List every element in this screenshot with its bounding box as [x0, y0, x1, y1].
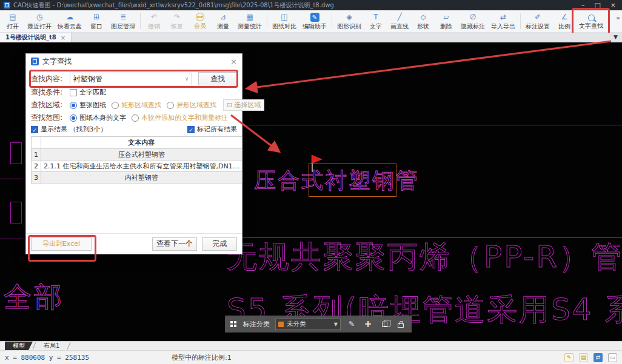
- display-mode-icon[interactable]: ▭: [608, 353, 617, 362]
- panel-collapse-arrow-icon[interactable]: ▼: [614, 34, 618, 40]
- toolbar-separator: [267, 13, 267, 29]
- toolbar-cloud-drive-button[interactable]: ☁快看云盘: [55, 12, 85, 31]
- toolbar-label: 编辑助手: [303, 22, 327, 31]
- grid-icon[interactable]: [230, 321, 233, 323]
- cad-shape: [10, 142, 22, 164]
- minimize-button[interactable]: –: [581, 0, 585, 10]
- toolbar-drawing-compare-button[interactable]: ◫图纸对比: [269, 12, 299, 31]
- scale-icon: ∠: [561, 13, 568, 22]
- toolbar-draw-line-button[interactable]: ╱画直线: [387, 12, 412, 31]
- rect-area-label: 矩形区域查找: [121, 101, 161, 110]
- move-icon[interactable]: +: [363, 319, 373, 329]
- close-button[interactable]: ×: [610, 0, 616, 10]
- toolbar-label: 隐藏标注: [461, 22, 485, 31]
- memo-icon[interactable]: ✎: [564, 353, 574, 362]
- result-row[interactable]: 3内衬塑钢管: [32, 172, 242, 184]
- results-table: 文本内容 1压合式衬塑钢管22.1.1 住宅和商业生活给水主供水和所有立管采用衬…: [31, 136, 242, 184]
- toolbar-label: 比例: [558, 22, 570, 31]
- toolbar-label: 窗口: [90, 22, 102, 31]
- toolbar-redo-button[interactable]: ↷恢复: [166, 12, 189, 31]
- toolbar-label: 图层管理: [111, 22, 135, 31]
- lock-icon[interactable]: [395, 319, 406, 329]
- dialog-close-icon[interactable]: ×: [230, 57, 237, 66]
- toolbar-measure-stats-button[interactable]: ▦测量统计: [235, 12, 265, 31]
- copy-icon[interactable]: [379, 319, 390, 329]
- mobile-sync-icon[interactable]: ⇄: [594, 353, 603, 362]
- mark-all-checkbox[interactable]: [187, 126, 195, 133]
- toolbar-edit-assistant-button[interactable]: ✎编辑助手: [299, 12, 330, 31]
- tab-drawing[interactable]: 1号楼设计说明_t8 ×: [0, 33, 72, 42]
- sheet-tab-model[interactable]: 模型: [5, 342, 33, 350]
- find-text-dialog: 文字查找 × 查找内容: 衬塑钢管 ∨ 查找 查找条件: 全字匹配 查找区域: …: [25, 53, 242, 254]
- toolbar-open-button[interactable]: ▤打开: [1, 12, 24, 31]
- toolbar-layer-manager-button[interactable]: ≣图层管理: [108, 12, 138, 31]
- toolbar-annotation-settings-button[interactable]: ✐标注设置: [523, 12, 553, 31]
- whole-drawing-radio[interactable]: [70, 102, 77, 109]
- whole-word-label: 全字匹配: [79, 88, 106, 97]
- toolbar-label: 画直线: [390, 22, 409, 31]
- drawing-text-radio[interactable]: [70, 114, 77, 122]
- find-condition-label: 查找条件:: [31, 87, 67, 98]
- show-results-checkbox[interactable]: [31, 126, 38, 133]
- find-content-label: 查找内容:: [31, 74, 67, 84]
- toolbar-shapes-button[interactable]: ◇形状: [412, 12, 435, 31]
- import-export-icon: ⇄: [500, 13, 506, 22]
- tab-close-icon[interactable]: ×: [61, 35, 65, 41]
- toolbar-label: 图纸对比: [272, 22, 296, 31]
- drawing-notes-icon[interactable]: ▤: [579, 353, 588, 362]
- redo-icon: ↷: [174, 13, 180, 22]
- maximize-button[interactable]: □: [594, 0, 600, 10]
- cad-shape: [10, 202, 22, 223]
- export-excel-button[interactable]: 导出到Excel: [31, 237, 92, 251]
- search-result-flag-icon: [310, 154, 324, 173]
- find-button[interactable]: 查找: [198, 72, 237, 85]
- toolbar-shape-recognition-button[interactable]: ◈图形识别: [334, 12, 364, 31]
- toolbar-overflow-chevron[interactable]: »: [616, 14, 620, 22]
- cad-line: [0, 239, 23, 239]
- toolbar-window-button[interactable]: ⊞窗口: [85, 12, 108, 31]
- find-scope-row: 查找范围: 图纸本身的文字 本软件添加的文字和测量标注: [31, 113, 237, 123]
- toolbar-recent-open-button[interactable]: ◷最近打开: [24, 12, 55, 31]
- toolbar-label: 会员: [194, 22, 206, 30]
- undo-icon: ↶: [151, 13, 157, 22]
- annotation-classify-bar: 标注分类 未分类 ▼ ✎ +: [225, 316, 412, 333]
- annotation-settings-icon: ✐: [535, 13, 541, 22]
- toolbar-scale-button[interactable]: ∠比例: [553, 12, 576, 31]
- find-scope-label: 查找范围:: [31, 113, 67, 123]
- document-tab-bar: 1号楼设计说明_t8 × ▼: [0, 33, 622, 42]
- toolbar-find-text-button[interactable]: 文字查找: [576, 12, 606, 31]
- done-button[interactable]: 完成: [202, 237, 237, 251]
- toolbar-measure-button[interactable]: ⊿测量: [212, 12, 235, 31]
- dialog-title-bar[interactable]: 文字查找 ×: [26, 54, 242, 68]
- edit-icon[interactable]: ✎: [346, 319, 357, 329]
- status-bar: x = 880608 y = 258135 模型中的标注比例:1 ✎ ▤ ⇄ ▭: [0, 350, 622, 364]
- irregular-area-radio[interactable]: [167, 102, 174, 109]
- whole-word-checkbox[interactable]: [70, 89, 77, 96]
- rect-area-radio[interactable]: [112, 102, 119, 109]
- classify-dropdown[interactable]: 未分类 ▼: [275, 319, 341, 330]
- title-bar: CAD快速看图 - D:\wechat\xwechat_files\wxid_x…: [0, 0, 622, 10]
- software-text-radio[interactable]: [132, 114, 139, 122]
- toolbar-label: 导入导出: [491, 22, 515, 31]
- result-row-text: 压合式衬塑钢管: [41, 149, 242, 160]
- find-content-value: 衬塑钢管: [70, 74, 182, 84]
- result-row[interactable]: 1压合式衬塑钢管: [32, 149, 242, 160]
- dialog-logo-icon: [31, 58, 39, 65]
- toolbar-text-button[interactable]: T文字: [364, 12, 387, 31]
- view-next-button[interactable]: 查看下一个: [152, 237, 197, 251]
- toolbar-undo-button[interactable]: ↶撤销: [142, 12, 166, 31]
- results-options-row: 显示结果 （找到3个） 标记所有结果: [31, 125, 237, 134]
- result-row-number: 2: [32, 160, 41, 172]
- result-row[interactable]: 22.1.1 住宅和商业生活给水主供水和所有立管采用衬塑钢管,DN1…: [32, 160, 242, 172]
- toolbar-hide-annotations-button[interactable]: ∅隐藏标注: [458, 12, 488, 31]
- layer-manager-icon: ≣: [120, 13, 126, 22]
- category-color-swatch: [278, 322, 284, 327]
- toolbar-import-export-button[interactable]: ⇄导入导出: [488, 12, 518, 31]
- toolbar-label: 测量统计: [238, 22, 262, 31]
- sheet-tab-layout1[interactable]: 布局1: [36, 342, 67, 350]
- toolbar-vip-button[interactable]: VIP会员: [189, 12, 212, 31]
- find-content-combobox[interactable]: 衬塑钢管 ∨: [70, 73, 192, 85]
- toolbar-delete-button[interactable]: ▱删除: [435, 12, 458, 31]
- select-area-button[interactable]: ⊡选择区域: [223, 99, 264, 111]
- toolbar-label: 删除: [440, 22, 452, 31]
